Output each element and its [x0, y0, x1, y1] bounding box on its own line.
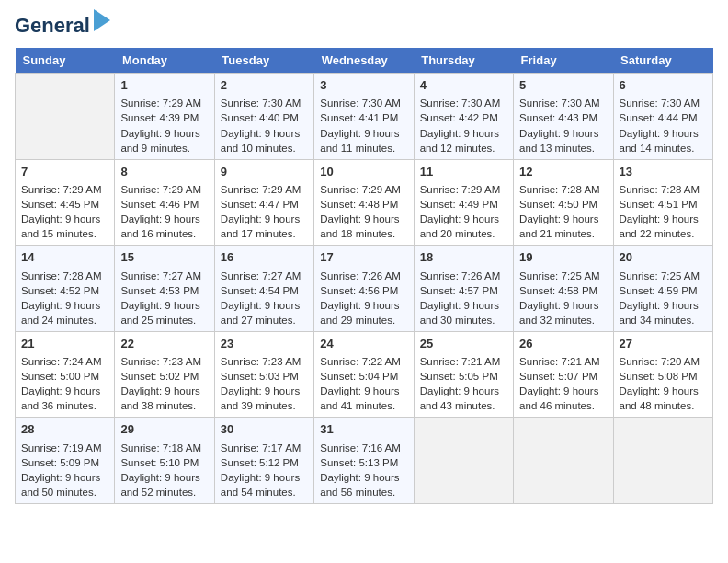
sunrise-text: Sunrise: 7:25 AM	[620, 270, 700, 282]
daylight-text: Daylight: 9 hours and 52 minutes.	[120, 472, 199, 498]
daylight-text: Daylight: 9 hours and 9 minutes.	[120, 128, 199, 154]
column-header-wednesday: Wednesday	[314, 48, 414, 74]
calendar-cell: 25Sunrise: 7:21 AMSunset: 5:05 PMDayligh…	[414, 331, 513, 418]
daylight-text: Daylight: 9 hours and 13 minutes.	[519, 128, 598, 154]
sunrise-text: Sunrise: 7:30 AM	[221, 98, 301, 109]
sunset-text: Sunset: 4:56 PM	[320, 285, 398, 296]
sunset-text: Sunset: 4:41 PM	[320, 112, 398, 123]
column-header-sunday: Sunday	[16, 48, 115, 74]
daylight-text: Daylight: 9 hours and 10 minutes.	[221, 128, 300, 154]
sunrise-text: Sunrise: 7:29 AM	[420, 184, 501, 195]
daylight-text: Daylight: 9 hours and 50 minutes.	[21, 472, 100, 498]
calendar-week-row: 14Sunrise: 7:28 AMSunset: 4:52 PMDayligh…	[16, 246, 713, 332]
day-number: 7	[21, 164, 108, 180]
daylight-text: Daylight: 9 hours and 15 minutes.	[21, 213, 100, 239]
daylight-text: Daylight: 9 hours and 56 minutes.	[320, 472, 399, 498]
sunset-text: Sunset: 4:57 PM	[420, 285, 498, 296]
sunrise-text: Sunrise: 7:20 AM	[620, 356, 700, 367]
sunset-text: Sunset: 4:51 PM	[620, 199, 698, 210]
day-number: 1	[120, 77, 208, 94]
sunset-text: Sunset: 5:10 PM	[120, 457, 199, 468]
day-number: 2	[221, 77, 308, 94]
sunset-text: Sunset: 4:59 PM	[620, 285, 698, 296]
day-number: 4	[420, 77, 507, 94]
sunset-text: Sunset: 5:08 PM	[620, 371, 698, 382]
daylight-text: Daylight: 9 hours and 34 minutes.	[620, 300, 699, 326]
calendar-cell: 20Sunrise: 7:25 AMSunset: 4:59 PMDayligh…	[613, 246, 712, 332]
calendar-cell: 26Sunrise: 7:21 AMSunset: 5:07 PMDayligh…	[514, 331, 613, 418]
day-number: 10	[320, 164, 407, 180]
sunrise-text: Sunrise: 7:21 AM	[519, 356, 600, 367]
day-number: 24	[320, 336, 407, 352]
day-number: 3	[320, 77, 407, 94]
sunset-text: Sunset: 4:47 PM	[221, 199, 299, 210]
day-number: 31	[320, 421, 407, 438]
calendar-cell: 18Sunrise: 7:26 AMSunset: 4:57 PMDayligh…	[414, 246, 513, 332]
column-header-friday: Friday	[514, 48, 613, 74]
sunrise-text: Sunrise: 7:21 AM	[420, 356, 501, 367]
sunrise-text: Sunrise: 7:30 AM	[420, 98, 501, 109]
sunrise-text: Sunrise: 7:30 AM	[320, 98, 401, 109]
day-number: 14	[21, 249, 108, 266]
sunset-text: Sunset: 4:44 PM	[620, 112, 698, 123]
column-header-thursday: Thursday	[414, 48, 513, 74]
day-number: 17	[320, 249, 407, 266]
calendar-cell	[414, 418, 513, 504]
daylight-text: Daylight: 9 hours and 32 minutes.	[519, 300, 598, 326]
daylight-text: Daylight: 9 hours and 12 minutes.	[420, 128, 499, 154]
calendar-cell	[16, 74, 115, 160]
sunset-text: Sunset: 5:05 PM	[420, 371, 498, 382]
sunset-text: Sunset: 4:39 PM	[120, 112, 199, 123]
sunset-text: Sunset: 5:07 PM	[519, 371, 597, 382]
sunrise-text: Sunrise: 7:29 AM	[320, 184, 401, 195]
day-number: 25	[420, 336, 507, 352]
column-header-saturday: Saturday	[613, 48, 712, 74]
calendar-cell: 24Sunrise: 7:22 AMSunset: 5:04 PMDayligh…	[314, 331, 414, 418]
sunrise-text: Sunrise: 7:27 AM	[120, 270, 201, 282]
calendar-cell: 23Sunrise: 7:23 AMSunset: 5:03 PMDayligh…	[214, 331, 313, 418]
calendar-week-row: 21Sunrise: 7:24 AMSunset: 5:00 PMDayligh…	[16, 331, 713, 418]
daylight-text: Daylight: 9 hours and 39 minutes.	[221, 385, 300, 411]
day-number: 29	[120, 421, 208, 438]
sunrise-text: Sunrise: 7:16 AM	[320, 442, 401, 454]
daylight-text: Daylight: 9 hours and 16 minutes.	[120, 213, 199, 239]
daylight-text: Daylight: 9 hours and 20 minutes.	[420, 213, 499, 239]
daylight-text: Daylight: 9 hours and 29 minutes.	[320, 300, 399, 326]
daylight-text: Daylight: 9 hours and 24 minutes.	[21, 300, 100, 326]
calendar-cell: 2Sunrise: 7:30 AMSunset: 4:40 PMDaylight…	[214, 74, 313, 160]
sunrise-text: Sunrise: 7:29 AM	[120, 184, 201, 195]
calendar-cell: 9Sunrise: 7:29 AMSunset: 4:47 PMDaylight…	[214, 159, 313, 246]
daylight-text: Daylight: 9 hours and 41 minutes.	[320, 385, 399, 411]
sunrise-text: Sunrise: 7:29 AM	[221, 184, 301, 195]
sunset-text: Sunset: 4:45 PM	[21, 199, 99, 210]
calendar-header-row: SundayMondayTuesdayWednesdayThursdayFrid…	[16, 48, 713, 74]
sunrise-text: Sunrise: 7:22 AM	[320, 356, 401, 367]
calendar-cell: 30Sunrise: 7:17 AMSunset: 5:12 PMDayligh…	[214, 418, 313, 504]
calendar-cell: 1Sunrise: 7:29 AMSunset: 4:39 PMDaylight…	[115, 74, 214, 160]
sunset-text: Sunset: 4:40 PM	[221, 112, 299, 123]
calendar-cell: 27Sunrise: 7:20 AMSunset: 5:08 PMDayligh…	[613, 331, 712, 418]
logo-text: General	[15, 15, 90, 37]
sunset-text: Sunset: 5:02 PM	[120, 371, 199, 382]
calendar-cell: 21Sunrise: 7:24 AMSunset: 5:00 PMDayligh…	[16, 331, 115, 418]
day-number: 16	[221, 249, 308, 266]
calendar-cell	[514, 418, 613, 504]
daylight-text: Daylight: 9 hours and 27 minutes.	[221, 300, 300, 326]
day-number: 15	[120, 249, 208, 266]
calendar-cell: 4Sunrise: 7:30 AMSunset: 4:42 PMDaylight…	[414, 74, 513, 160]
day-number: 8	[120, 164, 208, 180]
daylight-text: Daylight: 9 hours and 38 minutes.	[120, 385, 199, 411]
page-header: General	[15, 15, 713, 37]
sunset-text: Sunset: 4:46 PM	[120, 199, 199, 210]
daylight-text: Daylight: 9 hours and 46 minutes.	[519, 385, 598, 411]
day-number: 18	[420, 249, 507, 266]
daylight-text: Daylight: 9 hours and 17 minutes.	[221, 213, 300, 239]
day-number: 6	[620, 77, 707, 94]
calendar-cell	[613, 418, 712, 504]
sunrise-text: Sunrise: 7:29 AM	[21, 184, 102, 195]
calendar-cell: 11Sunrise: 7:29 AMSunset: 4:49 PMDayligh…	[414, 159, 513, 246]
daylight-text: Daylight: 9 hours and 48 minutes.	[620, 385, 699, 411]
sunrise-text: Sunrise: 7:30 AM	[620, 98, 700, 109]
sunset-text: Sunset: 4:50 PM	[519, 199, 597, 210]
sunset-text: Sunset: 4:42 PM	[420, 112, 498, 123]
